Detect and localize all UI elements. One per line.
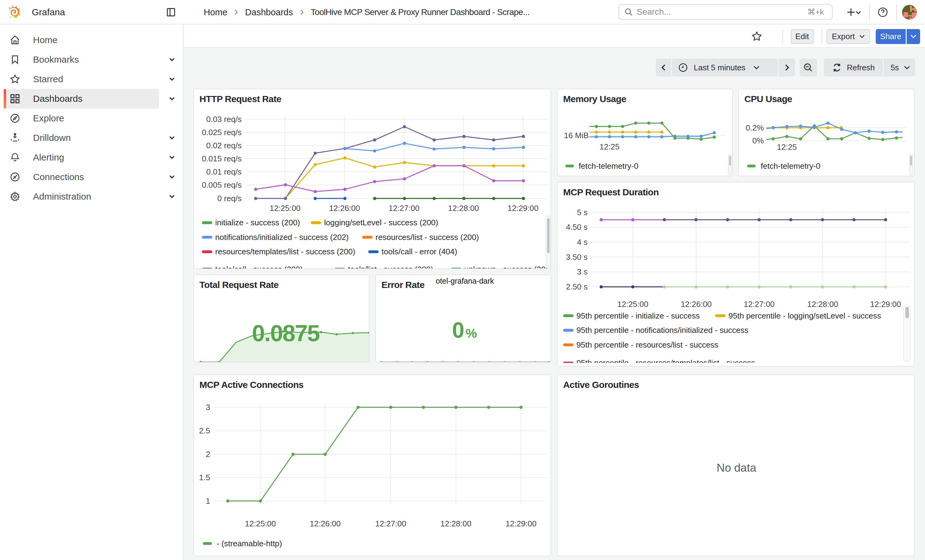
svg-text:12:27:00: 12:27:00 <box>375 519 406 528</box>
svg-text:12:28:00: 12:28:00 <box>440 519 472 528</box>
svg-text:0.01 req/s: 0.01 req/s <box>206 167 242 176</box>
svg-text:1: 1 <box>206 496 210 506</box>
svg-text:12:26:00: 12:26:00 <box>329 204 360 213</box>
svg-text:unknown - success (200): unknown - success (200) <box>464 265 551 269</box>
svg-text:fetch-telemetry-0: fetch-telemetry-0 <box>579 161 639 171</box>
svg-text:- (streamable-http): - (streamable-http) <box>217 539 282 548</box>
svg-text:2: 2 <box>206 450 210 459</box>
svg-text:initialize - success (200): initialize - success (200) <box>215 218 300 227</box>
svg-text:12:25:00: 12:25:00 <box>270 204 300 213</box>
svg-text:0.03 req/s: 0.03 req/s <box>206 115 242 124</box>
svg-text:2.5: 2.5 <box>199 426 210 435</box>
svg-text:95th percentile - initialize -: 95th percentile - initialize - success <box>577 311 700 320</box>
svg-text:0 req/s: 0 req/s <box>217 194 242 203</box>
svg-text:95th percentile - resources/li: 95th percentile - resources/list - succe… <box>577 340 719 349</box>
svg-text:12:25: 12:25 <box>600 142 619 151</box>
svg-text:4.50 s: 4.50 s <box>566 223 588 232</box>
svg-text:3: 3 <box>206 403 210 412</box>
svg-text:12:26:00: 12:26:00 <box>310 519 341 528</box>
svg-text:95th percentile - notification: 95th percentile - notifications/initiali… <box>577 326 749 335</box>
svg-text:12:27:00: 12:27:00 <box>389 204 419 213</box>
svg-text:16 MiB: 16 MiB <box>564 131 589 140</box>
svg-text:12:27:00: 12:27:00 <box>744 300 774 309</box>
svg-text:3.50 s: 3.50 s <box>566 252 588 262</box>
svg-text:0.025 req/s: 0.025 req/s <box>202 128 242 137</box>
svg-text:%: % <box>466 326 477 341</box>
svg-text:resources/list - success (200): resources/list - success (200) <box>376 233 479 242</box>
svg-text:12:28:00: 12:28:00 <box>448 204 479 213</box>
svg-text:tools/call - success (200): tools/call - success (200) <box>215 265 303 269</box>
svg-text:notifications/initialized - su: notifications/initialized - success (202… <box>215 233 349 242</box>
svg-text:95th percentile - logging/setL: 95th percentile - logging/setLevel - suc… <box>729 311 881 320</box>
svg-text:0: 0 <box>452 318 464 342</box>
svg-text:0%: 0% <box>752 136 764 145</box>
svg-text:95th percentile - resources/te: 95th percentile - resources/templates/li… <box>577 358 755 363</box>
svg-text:logging/setLevel - success (20: logging/setLevel - success (200) <box>324 218 438 227</box>
svg-text:12:29:00: 12:29:00 <box>506 519 536 528</box>
svg-text:0.005 req/s: 0.005 req/s <box>202 180 242 189</box>
svg-text:12:29:00: 12:29:00 <box>870 300 901 309</box>
svg-text:12:29:00: 12:29:00 <box>508 204 538 213</box>
svg-text:12:28:00: 12:28:00 <box>807 300 838 309</box>
svg-text:3 s: 3 s <box>577 267 588 277</box>
svg-text:resources/templates/list - suc: resources/templates/list - success (200) <box>215 247 356 256</box>
svg-text:4 s: 4 s <box>577 237 588 247</box>
svg-text:0.015 req/s: 0.015 req/s <box>202 154 242 163</box>
svg-text:tools/list - success (200): tools/list - success (200) <box>348 265 434 269</box>
svg-text:12:26:00: 12:26:00 <box>681 300 711 309</box>
svg-text:12:25:00: 12:25:00 <box>617 300 648 309</box>
svg-text:fetch-telemetry-0: fetch-telemetry-0 <box>761 161 820 171</box>
svg-text:5 s: 5 s <box>577 208 588 217</box>
svg-text:1.5: 1.5 <box>199 473 210 482</box>
svg-text:tools/call - error (404): tools/call - error (404) <box>382 247 457 256</box>
svg-text:12:25: 12:25 <box>777 143 797 152</box>
svg-text:0.02 req/s: 0.02 req/s <box>206 141 242 150</box>
svg-text:12:25:00: 12:25:00 <box>245 519 276 528</box>
svg-text:0.0875: 0.0875 <box>252 320 319 346</box>
svg-text:2.50 s: 2.50 s <box>566 282 588 291</box>
svg-text:0.2%: 0.2% <box>746 123 764 132</box>
